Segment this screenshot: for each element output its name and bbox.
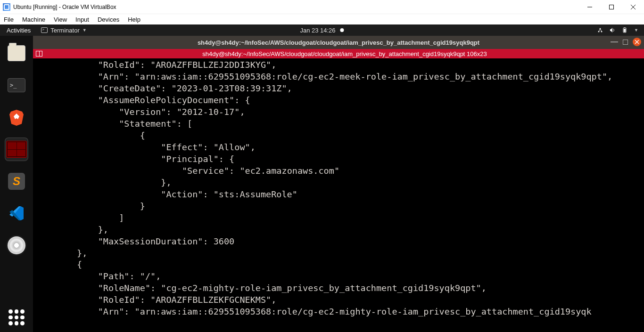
terminator-window-title: sh4dy@sh4dy:~/InfoSec/AWS/cloudgoat/clou… xyxy=(198,39,479,46)
terminator-icon xyxy=(6,141,27,158)
menu-devices[interactable]: Devices xyxy=(98,16,119,23)
dock: >_ S xyxy=(0,36,33,332)
system-tray[interactable]: ▼ xyxy=(597,27,644,33)
virtualbox-icon xyxy=(3,3,10,11)
svg-rect-9 xyxy=(624,27,625,28)
dock-item-brave[interactable] xyxy=(5,105,28,129)
close-button[interactable] xyxy=(622,0,644,14)
svg-rect-8 xyxy=(624,29,626,32)
terminator-tabbar: sh4dy@sh4dy:~/InfoSec/AWS/cloudgoat/clou… xyxy=(33,49,644,58)
notification-dot-icon xyxy=(340,28,344,32)
gnome-topbar: Activities Terminator ▼ Jan 23 14:26 ▼ xyxy=(0,24,644,36)
dock-item-sublime[interactable]: S xyxy=(5,170,28,193)
app-indicator-label: Terminator xyxy=(50,27,79,34)
menu-input[interactable]: Input xyxy=(75,16,89,23)
chevron-down-icon: ▼ xyxy=(634,28,638,32)
terminal-output: "RoleId": "AROAZFFBLLZEJ2DDI3KYG", "Arn"… xyxy=(35,59,642,318)
network-icon xyxy=(597,27,603,33)
vscode-icon xyxy=(8,204,25,222)
menu-file[interactable]: File xyxy=(4,16,14,23)
dock-item-files[interactable] xyxy=(5,41,28,65)
minimize-button[interactable] xyxy=(579,0,601,14)
menu-help[interactable]: Help xyxy=(128,16,140,23)
disc-icon xyxy=(8,236,25,254)
show-applications-button[interactable] xyxy=(8,309,25,325)
dock-item-terminal[interactable]: >_ xyxy=(5,73,28,97)
dock-item-vscode[interactable] xyxy=(5,202,28,225)
folder-icon xyxy=(8,45,25,61)
terminator-titlebar: sh4dy@sh4dy:~/InfoSec/AWS/cloudgoat/clou… xyxy=(33,36,644,49)
sublime-icon: S xyxy=(8,173,25,190)
terminal-body[interactable]: "RoleId": "AROAZFFBLLZEJ2DDI3KYG", "Arn"… xyxy=(33,58,644,332)
app-indicator[interactable]: Terminator ▼ xyxy=(37,27,90,34)
window-close-button[interactable] xyxy=(633,38,641,46)
volume-icon xyxy=(610,27,615,33)
menu-view[interactable]: View xyxy=(54,16,67,23)
virtualbox-menu-bar: File Machine View Input Devices Help xyxy=(0,14,644,24)
activities-button[interactable]: Activities xyxy=(0,27,37,34)
dock-item-disc[interactable] xyxy=(5,234,28,257)
host-window-title: Ubuntu [Running] - Oracle VM VirtualBox xyxy=(13,4,116,10)
terminator-tab-label: sh4dy@sh4dy:~/InfoSec/AWS/cloudgoat/clou… xyxy=(45,50,644,57)
terminator-indicator-icon xyxy=(41,27,48,33)
desktop: >_ S sh4dy@sh4dy:~/InfoSec/AWS/cloudgoat… xyxy=(0,36,644,332)
split-pane-icon[interactable] xyxy=(36,51,42,57)
window-maximize-button[interactable] xyxy=(623,40,628,45)
chevron-down-icon: ▼ xyxy=(83,28,87,32)
clock[interactable]: Jan 23 14:26 xyxy=(300,27,344,34)
menu-machine[interactable]: Machine xyxy=(22,16,45,23)
svg-rect-1 xyxy=(610,5,614,9)
maximize-button[interactable] xyxy=(601,0,622,14)
battery-icon xyxy=(622,27,627,33)
terminal-icon: >_ xyxy=(8,78,25,92)
brave-icon xyxy=(7,108,26,127)
host-titlebar: Ubuntu [Running] - Oracle VM VirtualBox xyxy=(0,0,644,14)
host-window-controls xyxy=(579,0,644,14)
dock-item-terminator[interactable] xyxy=(5,138,28,161)
clock-label: Jan 23 14:26 xyxy=(300,27,335,34)
terminator-window: sh4dy@sh4dy:~/InfoSec/AWS/cloudgoat/clou… xyxy=(33,36,644,332)
